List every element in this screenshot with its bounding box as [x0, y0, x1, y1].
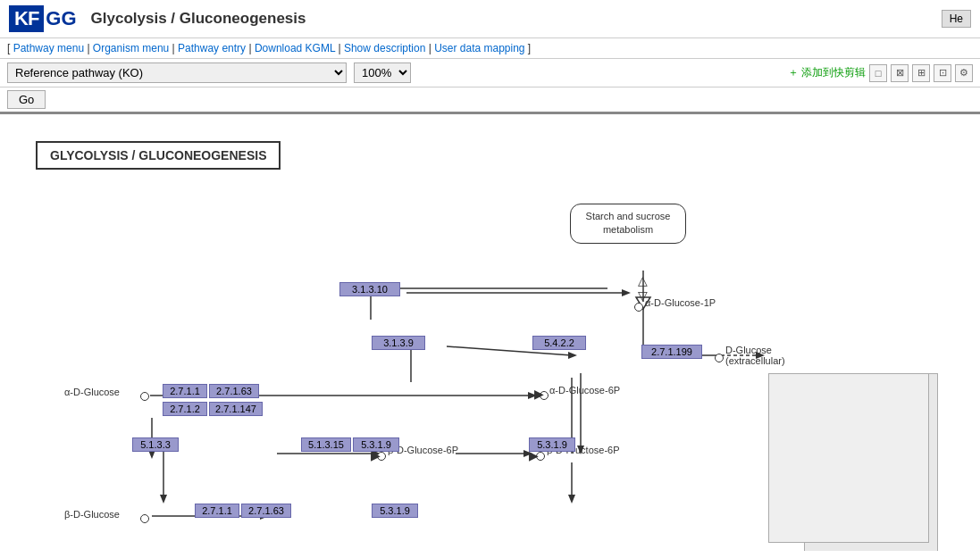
- beta-glucose-label: β-D-Glucose: [64, 509, 120, 520]
- enzyme-5-4-2-2[interactable]: 5.4.2.2: [532, 336, 586, 350]
- zoom-select[interactable]: 50% 75% 100% 125% 150%: [354, 62, 411, 83]
- help-button[interactable]: He: [942, 10, 971, 28]
- enzyme-5-3-1-9-bot[interactable]: 5.3.1.9: [372, 504, 418, 518]
- enzyme-2-7-1-63-top[interactable]: 2.7.1.63: [209, 384, 259, 398]
- arrow-right-beta-f6p: ▶: [529, 448, 539, 462]
- toolbar-icon-1[interactable]: □: [869, 64, 887, 82]
- enzyme-2-7-1-147[interactable]: 2.7.1.147: [209, 402, 263, 416]
- pathway-title: GLYCOLYSIS / GLUCONEOGENESIS: [36, 141, 281, 170]
- enzyme-2-7-1-1-bot[interactable]: 2.7.1.1: [195, 504, 239, 518]
- alpha-glucose-1p-label: α-D-Glucose-1P: [645, 297, 716, 308]
- nav-user-data-mapping[interactable]: User data mapping: [434, 42, 524, 54]
- right-panel-box: [768, 373, 929, 543]
- enzyme-3-1-3-9[interactable]: 3.1.3.9: [372, 336, 425, 350]
- alpha-glucose-6p-label: α-D-Glucose-6P: [549, 385, 620, 396]
- pathway-view: GLYCOLYSIS / GLUCONEOGENESIS Starch and …: [0, 113, 980, 551]
- nav-download-kgml[interactable]: Download KGML: [255, 42, 335, 54]
- toolbar-icon-4[interactable]: ⊡: [934, 64, 951, 82]
- d-glucose-ext-circle: [715, 354, 724, 362]
- arrow-right-beta-6p: ▶: [371, 448, 381, 462]
- alpha-glucose-label: α-D-Glucose: [64, 387, 120, 397]
- pathway-select[interactable]: Reference pathway (KO) Homo sapiens Mus …: [7, 62, 347, 83]
- svg-marker-7: [568, 352, 577, 359]
- nav-bar: [ Pathway menu | Organism menu | Pathway…: [0, 38, 980, 59]
- arrow-right-alpha-6p: ▶: [534, 387, 544, 401]
- nav-pathway-entry[interactable]: Pathway entry: [178, 42, 246, 54]
- svg-marker-31: [568, 495, 575, 504]
- enzyme-2-7-1-2[interactable]: 2.7.1.2: [163, 402, 207, 416]
- svg-marker-29: [160, 495, 167, 504]
- starch-sucrose-box[interactable]: Starch and sucrosemetabolism: [570, 204, 686, 244]
- enzyme-5-1-3-15[interactable]: 5.1.3.15: [301, 437, 351, 452]
- add-to-clipboard[interactable]: ＋ 添加到快剪辑: [788, 65, 866, 80]
- logo: KF GG: [9, 5, 77, 32]
- alpha-glucose-1p-circle: [634, 303, 643, 312]
- nav-pathway-menu[interactable]: Pathway menu: [13, 42, 84, 54]
- logo-gg: GG: [46, 7, 76, 30]
- enzyme-2-7-1-63-bot[interactable]: 2.7.1.63: [241, 504, 291, 518]
- triangle-up: △: [638, 273, 648, 287]
- nav-bracket-close: ]: [528, 42, 531, 54]
- toolbar-icon-3[interactable]: ⊞: [912, 64, 930, 82]
- toolbar-icon-2[interactable]: ⊠: [891, 64, 909, 82]
- toolbar-right: ＋ 添加到快剪辑 □ ⊠ ⊞ ⊡ ⚙: [788, 64, 973, 82]
- d-glucose-ext-label: D-Glucose(extracellular): [725, 345, 785, 366]
- enzyme-2-7-1-199[interactable]: 2.7.1.199: [641, 345, 702, 359]
- logo-kf: KF: [9, 5, 44, 32]
- enzyme-3-1-3-10[interactable]: 3.1.3.10: [339, 282, 400, 296]
- nav-show-description[interactable]: Show description: [344, 42, 425, 54]
- enzyme-5-1-3-3[interactable]: 5.1.3.3: [132, 437, 179, 452]
- go-button[interactable]: Go: [7, 90, 46, 109]
- alpha-glucose-circle: [140, 392, 149, 401]
- svg-marker-3: [622, 289, 631, 296]
- nav-organism-menu[interactable]: Organism menu: [93, 42, 169, 54]
- triangle-down: ▽: [638, 288, 648, 303]
- page-title: Glycolysis / Gluconeogenesis: [91, 10, 306, 28]
- header: KF GG Glycolysis / Gluconeogenesis He: [0, 0, 980, 38]
- enzyme-2-7-1-1-top[interactable]: 2.7.1.1: [163, 384, 207, 398]
- nav-bracket-open: [: [7, 42, 13, 54]
- beta-glucose-circle: [140, 514, 149, 523]
- toolbar-icon-5[interactable]: ⚙: [955, 64, 973, 82]
